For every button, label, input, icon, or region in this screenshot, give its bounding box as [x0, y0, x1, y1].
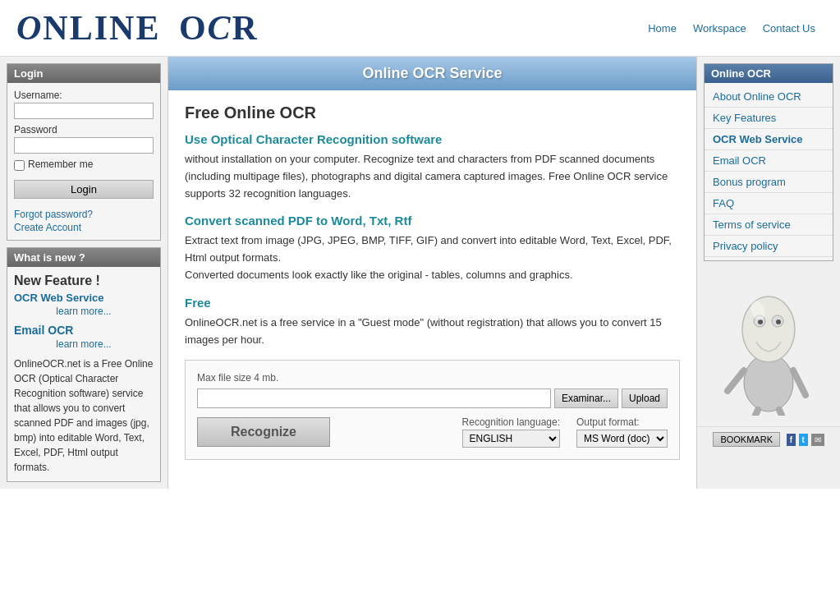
robot-image-area — [697, 268, 840, 426]
format-select[interactable]: MS Word (doc) Text (txt) RTF PDF HTML — [576, 430, 668, 448]
email-ocr-link[interactable]: Email OCR — [14, 324, 154, 337]
sidebar-description: OnlineOCR.net is a Free Online OCR (Opti… — [14, 356, 154, 475]
right-box: Online OCR About Online OCR Key Features… — [704, 63, 833, 261]
login-box: Login Username: Password Remember me Log… — [7, 63, 161, 241]
section2-text: Extract text from image (JPG, JPEG, BMP,… — [185, 232, 680, 283]
free-text: OnlineOCR.net is a free service in a "Gu… — [185, 315, 680, 349]
remember-label: Remember me — [28, 159, 93, 170]
right-nav-ocr-service[interactable]: OCR Web Service — [705, 129, 833, 150]
main-title: Free Online OCR — [185, 103, 680, 122]
right-nav-email-ocr[interactable]: Email OCR — [705, 150, 833, 172]
learn-more-1-link[interactable]: learn more... — [14, 306, 154, 317]
service-banner: Online OCR Service — [168, 57, 696, 90]
upload-area: Max file size 4 mb. Examinar... Upload R… — [185, 360, 680, 460]
svg-point-9 — [758, 319, 763, 324]
nav-contact[interactable]: Contact Us — [763, 22, 815, 34]
format-label: Output format: — [576, 416, 668, 428]
svg-line-4 — [779, 410, 787, 416]
password-label: Password — [14, 124, 154, 136]
right-nav-about[interactable]: About Online OCR — [705, 86, 833, 108]
password-input[interactable] — [14, 137, 154, 154]
svg-line-1 — [728, 370, 744, 391]
free-label: Free — [185, 296, 680, 310]
bookmark-button[interactable]: BOOKMARK — [713, 432, 780, 447]
right-box-title: Online OCR — [705, 64, 833, 83]
twitter-icon[interactable]: t — [799, 434, 808, 446]
lang-label: Recognition language: — [462, 416, 560, 428]
nav-workspace[interactable]: Workspace — [693, 22, 746, 34]
new-feature-title: New Feature ! — [14, 274, 154, 288]
svg-line-3 — [750, 410, 758, 416]
remember-row: Remember me — [14, 159, 154, 172]
nav-home[interactable]: Home — [648, 22, 677, 34]
examine-button[interactable]: Examinar... — [554, 388, 618, 408]
whatisnew-content: New Feature ! OCR Web Service learn more… — [7, 267, 160, 481]
forgot-password-link[interactable]: Forgot password? — [14, 209, 154, 220]
language-select[interactable]: ENGLISH FRENCH GERMAN SPANISH ITALIAN RU… — [462, 430, 560, 448]
right-nav-features[interactable]: Key Features — [705, 108, 833, 129]
logo: ONLINE OCR — [16, 8, 259, 48]
file-path-input[interactable] — [197, 388, 551, 408]
right-nav-terms[interactable]: Terms of service — [705, 214, 833, 236]
section1-link[interactable]: Use Optical Character Recognition softwa… — [185, 132, 680, 146]
max-file-text: Max file size 4 mb. — [197, 372, 668, 384]
section2-link[interactable]: Convert scanned PDF to Word, Txt, Rtf — [185, 214, 680, 228]
bookmark-bar: BOOKMARK f t ✉ — [697, 426, 840, 452]
email-share-icon[interactable]: ✉ — [811, 434, 824, 446]
svg-line-2 — [793, 370, 806, 395]
lang-format-area: Recognition language: ENGLISH FRENCH GER… — [462, 416, 668, 448]
file-row: Examinar... Upload — [197, 388, 668, 408]
right-nav-bonus[interactable]: Bonus program — [705, 172, 833, 193]
facebook-icon[interactable]: f — [787, 434, 796, 446]
login-button[interactable]: Login — [14, 180, 154, 199]
right-nav: About Online OCR Key Features OCR Web Se… — [705, 83, 833, 260]
svg-point-10 — [776, 319, 781, 324]
recognize-row: Recognize Recognition language: ENGLISH … — [197, 416, 668, 448]
right-nav-privacy[interactable]: Privacy policy — [705, 236, 833, 257]
learn-more-2-link[interactable]: learn more... — [14, 338, 154, 350]
content-area: Free Online OCR Use Optical Character Re… — [168, 90, 696, 473]
login-links: Forgot password? Create Account — [7, 205, 160, 240]
robot-illustration — [715, 276, 822, 416]
right-nav-faq[interactable]: FAQ — [705, 193, 833, 214]
remember-checkbox[interactable] — [14, 160, 25, 171]
main-layout: Login Username: Password Remember me Log… — [0, 57, 840, 489]
format-group: Output format: MS Word (doc) Text (txt) … — [576, 416, 668, 448]
ocr-web-service-link[interactable]: OCR Web Service — [14, 292, 154, 304]
recognize-button[interactable]: Recognize — [197, 417, 330, 447]
top-navigation: Home Workspace Contact Us — [648, 22, 824, 34]
logo-area: ONLINE OCR — [16, 8, 259, 48]
username-input[interactable] — [14, 103, 154, 119]
center-content: Online OCR Service Free Online OCR Use O… — [168, 57, 696, 489]
upload-button[interactable]: Upload — [622, 388, 668, 408]
whatisnew-title: What is new ? — [7, 248, 160, 267]
left-sidebar: Login Username: Password Remember me Log… — [0, 57, 168, 489]
create-account-link[interactable]: Create Account — [14, 222, 154, 233]
header: ONLINE OCR Home Workspace Contact Us — [0, 0, 840, 57]
login-title: Login — [7, 64, 160, 83]
section1-text: without installation on your computer. R… — [185, 151, 680, 202]
login-form: Username: Password Remember me Login — [7, 83, 160, 205]
whatisnew-box: What is new ? New Feature ! OCR Web Serv… — [7, 247, 161, 482]
username-label: Username: — [14, 90, 154, 101]
right-sidebar: Online OCR About Online OCR Key Features… — [696, 57, 840, 489]
lang-group: Recognition language: ENGLISH FRENCH GER… — [462, 416, 560, 448]
